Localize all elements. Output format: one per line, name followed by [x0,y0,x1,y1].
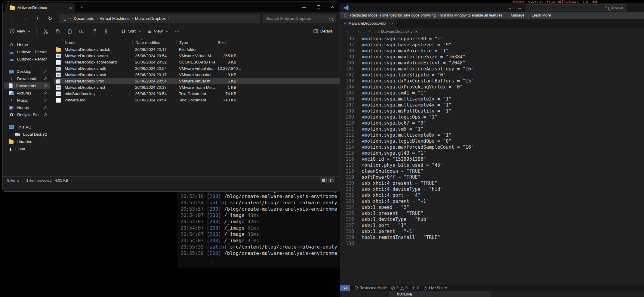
sidebar-item[interactable] [6,121,48,121]
plus-circle-icon [10,29,15,34]
file-icon [56,73,61,77]
details-view-toggle[interactable] [320,178,327,183]
close-button[interactable]: × [325,2,340,12]
file-row[interactable]: MalwareDropbox.scoreboard 26/06/2024 20:… [54,59,340,65]
breadcrumb-item[interactable] [345,29,350,34]
file-row[interactable]: MalwareDropbox.nvram 26/06/2024 20:54 VM… [54,53,340,59]
breadcrumb-item[interactable] [356,29,361,34]
background-note-text: #### Setup the Windows 10 VM [513,0,644,3]
view-button[interactable]: View [144,27,171,36]
terminal-window[interactable]: [watch]src/content/blog/create-malware-a… [177,183,342,268]
nav-back-icon[interactable]: ← [508,5,512,10]
file-name: MalwareDropbox.vmsd [62,73,132,77]
more-options-button[interactable]: ⋯ [171,26,183,36]
breadcrumb-item[interactable]: Virtual Machines [97,16,132,21]
log-timestamp: 20:54:07 [180,238,204,243]
tab-close-icon[interactable]: × [391,21,393,26]
toolbar-divider [115,28,115,35]
terminal-log-line: 20:55:35[watch]src/content/blog/create-m… [180,244,342,250]
address-bar[interactable]: › Documents › Virtual Machines › Malware… [59,14,260,23]
sort-icon [121,29,126,34]
editor-tab[interactable]: ≡ MalwareDropbox.vmx × [340,19,398,28]
view-button-label: View [154,29,163,33]
breadcrumb-item[interactable] [367,29,372,34]
sidebar-item[interactable]: Pictures [4,89,50,97]
back-button[interactable]: ← [6,14,18,23]
learn-more-link[interactable]: Learn More [532,13,551,17]
forward-button[interactable]: → [19,14,30,23]
up-button[interactable]: ↑ [32,14,43,23]
sidebar-item[interactable]: Ludovic - Personal [4,48,50,55]
sort-button[interactable]: Sort [119,27,144,36]
live-share-status[interactable]: Live Share [424,286,447,290]
cut-button[interactable] [40,26,51,36]
line-number: 111 [340,126,354,132]
chevron-down-icon [138,30,141,32]
sidebar-item-label: Local Disk (C:) [23,132,47,137]
sidebar-item[interactable]: Home [4,41,50,48]
history-navigation: ← → [508,5,522,10]
sidebar-item[interactable]: Ludovic - Personal [4,55,50,63]
code-editor[interactable]: 96 vmotion.svga.supports3D = "1" 97 vmot… [340,35,644,246]
log-duration: 31ms [248,238,259,243]
sidebar-item[interactable]: Music [4,97,50,104]
sidebar-item[interactable]: Videos [4,104,50,111]
new-tab-button[interactable]: + [80,4,83,10]
tab-close-icon[interactable]: × [69,5,72,10]
new-button[interactable]: New [7,27,33,36]
copy-button[interactable] [52,26,63,36]
file-row[interactable]: MalwareDropbox.vmxf 26/06/2024 20:17 VMw… [54,84,340,91]
file-size: 343 KB [215,98,241,102]
sidebar-item[interactable] [6,65,48,65]
sidebar-item[interactable]: Recycle Bin [4,111,50,118]
column-header-type[interactable]: Type [176,40,215,45]
sidebar-item[interactable]: Libraries [4,138,50,145]
delete-button[interactable] [100,26,112,36]
explorer-search-box[interactable]: Search MalwareDropbox [263,14,336,23]
details-pane-button[interactable]: Details [310,27,335,36]
remote-indicator[interactable]: >< [340,285,350,291]
share-button[interactable] [88,26,100,36]
explorer-status-bar: 9 items 1 item selected 4.01 KB [3,176,340,184]
ports-status[interactable]: 0 [412,286,419,290]
large-icons-view-toggle[interactable] [328,178,335,183]
sidebar-item[interactable]: Desktop [4,68,50,75]
sidebar-item[interactable]: This PC [4,123,50,131]
file-row[interactable]: vmware.log 26/06/2024 20:54 Text Documen… [54,97,340,103]
line-number: 123 [340,198,354,204]
file-name: MalwareDropbox.nvram [62,54,132,58]
file-row[interactable]: MalwareDropbox.vmx 26/06/2024 20:54 VMwa… [54,78,340,84]
breadcrumb-item[interactable] [372,29,377,34]
toolbar-divider [36,28,37,35]
explorer-tab[interactable]: MalwareDropbox × [5,3,75,12]
minimize-button[interactable]: — [297,2,311,12]
log-timestamp: 20:53:10 [180,193,204,199]
manage-link[interactable]: Manage [511,13,524,17]
breadcrumb-item[interactable]: MalwareDropbox [133,16,168,21]
outline-section-header[interactable]: › OUTLINE [389,291,490,297]
sidebar-item[interactable]: Local Disk (C:) [4,131,50,138]
column-header-modified[interactable]: Date modified [132,40,176,45]
breadcrumb-item[interactable] [350,29,356,34]
line-text: vmotion.svga.maxForcedSampleCount = "16" [354,144,474,150]
restricted-mode-status[interactable]: Restricted Mode [354,286,387,290]
refresh-button[interactable]: ↻ [44,14,56,23]
sidebar-item[interactable]: Linux [4,145,50,152]
file-row[interactable]: MalwareDropbox.vmsd 26/06/2024 20:17 VMw… [54,72,340,78]
file-row[interactable]: mksSandbox.log 26/06/2024 20:54 Text Doc… [54,91,340,97]
maximize-button[interactable] [311,2,325,12]
file-row[interactable]: MalwareDropbox.vmx.lck 26/06/2024 20:17 … [54,46,340,53]
vscode-search-box[interactable]: Search [526,4,627,11]
breadcrumb-item[interactable]: Documents [72,16,96,21]
sidebar-item[interactable]: Downloads [4,75,50,82]
column-header-name[interactable]: Name [62,40,132,45]
nav-forward-icon[interactable]: → [517,5,522,10]
breadcrumb-item[interactable] [361,29,367,34]
file-row[interactable]: MalwareDropbox.vmdk 26/06/2024 20:54 VMw… [54,65,340,72]
paste-button[interactable] [64,26,75,36]
rename-button[interactable] [76,26,88,36]
problems-status[interactable]: 0 0 [391,286,408,290]
breadcrumb-file[interactable]: ≡ MalwareDropbox.vmx [377,29,418,34]
sidebar-item[interactable]: Documents [4,82,50,89]
column-header-size[interactable]: Size [215,40,241,45]
